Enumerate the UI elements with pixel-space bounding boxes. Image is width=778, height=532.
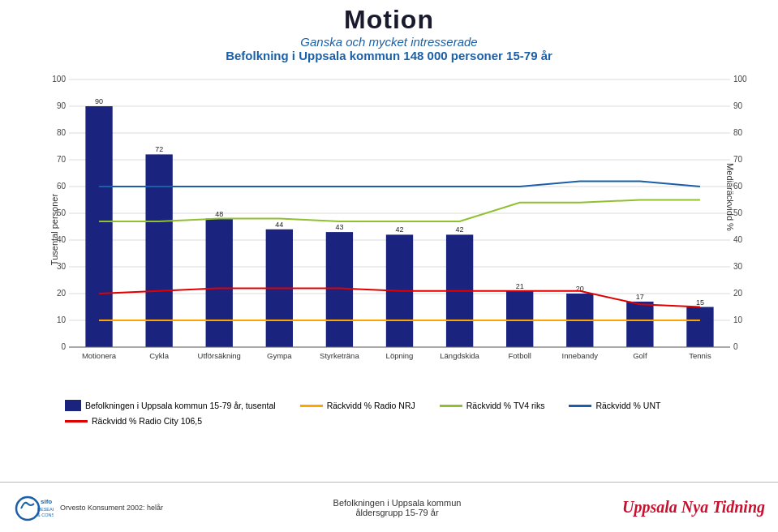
svg-text:50: 50 [733, 208, 743, 217]
svg-rect-63 [686, 307, 713, 348]
legend-label: Räckvidd % TV4 riks [466, 401, 545, 410]
svg-text:30: 30 [57, 262, 67, 271]
legend-item: Räckvidd % UNT [569, 400, 660, 411]
legend-color [300, 405, 323, 407]
svg-text:Fotboll: Fotboll [508, 351, 531, 360]
footer-right: Uppsala Nya Tidning [603, 498, 765, 517]
chart-svg: 0010102020303040405050606070708080909010… [41, 67, 754, 392]
svg-text:0: 0 [61, 342, 66, 351]
legend-item: Befolkningen i Uppsala kommun 15-79 år, … [65, 400, 276, 411]
svg-text:42: 42 [456, 225, 464, 234]
svg-text:Golf: Golf [633, 351, 647, 360]
svg-text:Längdskida: Längdskida [440, 351, 479, 360]
svg-text:90: 90 [733, 101, 743, 110]
legend-item: Räckvidd % Radio NRJ [300, 400, 415, 411]
svg-text:Tennis: Tennis [689, 351, 711, 360]
svg-rect-54 [506, 291, 533, 347]
legend-label: Räckvidd % Radio NRJ [327, 401, 415, 410]
svg-text:90: 90 [95, 97, 103, 105]
page: Motion Ganska och mycket intresserade Be… [0, 0, 778, 532]
svg-text:Motionera: Motionera [82, 351, 117, 360]
svg-text:70: 70 [733, 155, 743, 164]
svg-text:60: 60 [57, 182, 67, 191]
svg-text:Löpning: Löpning [386, 351, 414, 360]
svg-text:0: 0 [733, 342, 738, 351]
svg-text:43: 43 [335, 223, 343, 231]
legend-item: Räckvidd % TV4 riks [440, 400, 545, 411]
svg-text:80: 80 [57, 128, 67, 137]
svg-text:Styrketräna: Styrketräna [320, 351, 359, 360]
legend-color [65, 400, 81, 411]
chart-subtitle1: Ganska och mycket intresserade [0, 35, 778, 49]
svg-text:sifo: sifo [41, 498, 52, 505]
svg-text:60: 60 [733, 182, 743, 191]
sifo-logo: sifo RESEARCH & CONSULTING [13, 492, 54, 523]
chart-header: Motion Ganska och mycket intresserade Be… [0, 0, 778, 62]
svg-text:10: 10 [733, 315, 743, 324]
chart-title: Motion [0, 5, 778, 35]
chart-subtitle2: Befolkning i Uppsala kommun 148 000 pers… [0, 49, 778, 62]
svg-rect-60 [626, 302, 653, 347]
svg-text:21: 21 [516, 282, 524, 290]
svg-rect-36 [145, 154, 172, 347]
svg-text:40: 40 [733, 235, 743, 244]
svg-rect-39 [206, 219, 233, 347]
svg-text:70: 70 [57, 155, 67, 164]
svg-point-67 [16, 497, 39, 520]
legend-label: Befolkningen i Uppsala kommun 15-79 år, … [85, 401, 276, 410]
svg-text:RESEARCH: RESEARCH [37, 507, 54, 512]
svg-rect-45 [326, 232, 353, 347]
svg-text:42: 42 [395, 225, 403, 234]
legend-label: Räckvidd % Radio City 106,5 [92, 416, 202, 426]
svg-text:72: 72 [155, 145, 163, 153]
svg-text:Utförsäkning: Utförsäkning [198, 351, 241, 360]
svg-text:40: 40 [57, 235, 67, 244]
svg-text:100: 100 [52, 75, 66, 84]
legend-color [65, 420, 88, 423]
footer: sifo RESEARCH & CONSULTING Orvesto Konsu… [0, 482, 778, 532]
svg-text:80: 80 [733, 128, 743, 137]
unt-logo: Uppsala Nya Tidning [622, 498, 765, 516]
svg-text:Cykla: Cykla [149, 351, 169, 360]
svg-text:15: 15 [696, 298, 704, 307]
legend: Befolkningen i Uppsala kommun 15-79 år, … [65, 400, 713, 426]
legend-label: Räckvidd % UNT [595, 401, 660, 410]
svg-text:90: 90 [57, 101, 67, 110]
footer-left: sifo RESEARCH & CONSULTING Orvesto Konsu… [13, 492, 191, 523]
svg-text:100: 100 [733, 75, 747, 84]
legend-color [440, 405, 462, 407]
svg-text:30: 30 [733, 262, 743, 271]
legend-item: Räckvidd % Radio City 106,5 [65, 416, 202, 426]
svg-text:20: 20 [57, 289, 67, 298]
legend-color [569, 405, 591, 407]
svg-text:Gympa: Gympa [267, 351, 292, 360]
chart-container: Tusental personer Mediäräckvidd % 001010… [12, 67, 766, 392]
svg-text:50: 50 [57, 208, 67, 217]
svg-text:& CONSULTING: & CONSULTING [37, 513, 54, 517]
footer-source: Orvesto Konsument 2002: helår [60, 504, 163, 512]
svg-text:44: 44 [275, 221, 283, 229]
svg-rect-33 [85, 106, 112, 347]
svg-text:48: 48 [215, 210, 223, 218]
svg-text:Innebandy: Innebandy [562, 351, 599, 360]
footer-center: Befolkningen i Uppsala kommun åldersgrup… [191, 498, 603, 517]
svg-text:17: 17 [636, 293, 644, 301]
svg-text:20: 20 [733, 289, 743, 298]
svg-text:10: 10 [57, 315, 67, 324]
